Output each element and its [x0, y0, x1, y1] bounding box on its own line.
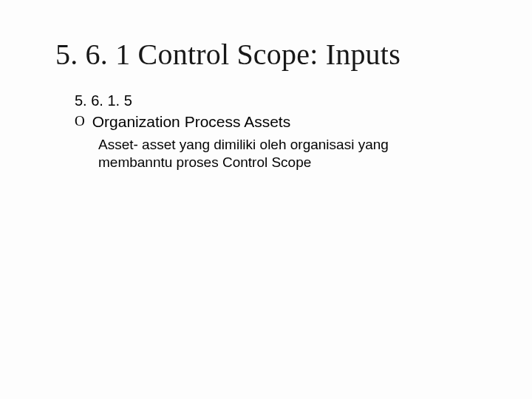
section-number: 5. 6. 1. 5 — [75, 92, 480, 109]
bullet-item: O Organization Process Assets — [75, 112, 480, 132]
bullet-marker-icon: O — [75, 112, 85, 130]
bullet-label: Organization Process Assets — [92, 112, 290, 132]
slide-title: 5. 6. 1 Control Scope: Inputs — [55, 37, 480, 72]
bullet-description: Asset- asset yang dimiliki oleh organisa… — [98, 136, 423, 171]
slide: 5. 6. 1 Control Scope: Inputs 5. 6. 1. 5… — [0, 0, 532, 399]
